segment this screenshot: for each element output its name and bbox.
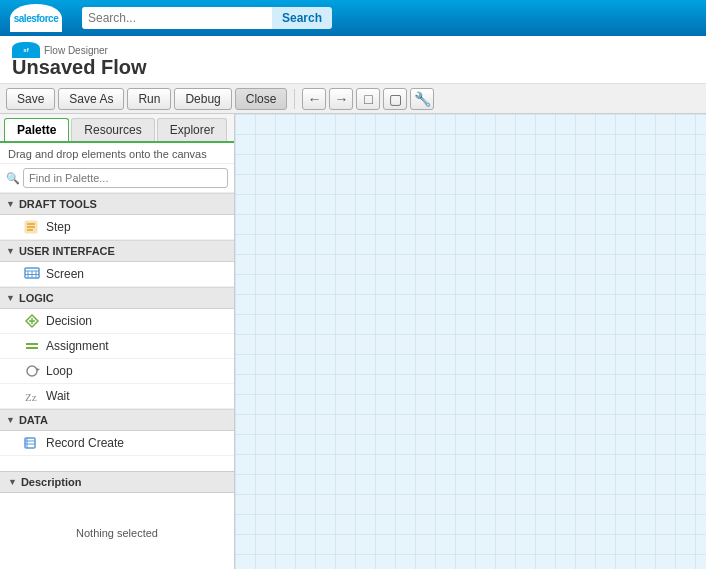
section-user-interface[interactable]: ▼ USER INTERFACE: [0, 240, 234, 262]
debug-button[interactable]: Debug: [174, 88, 231, 110]
list-item[interactable]: Decision: [0, 309, 234, 334]
draft-tools-label: DRAFT TOOLS: [19, 198, 97, 210]
wait-icon: Zz: [24, 388, 40, 404]
copy-button[interactable]: □: [356, 88, 380, 110]
app-header-logo: sf Flow Designer Unsaved Flow: [12, 42, 146, 79]
list-item[interactable]: Screen: [0, 262, 234, 287]
list-item[interactable]: Loop: [0, 359, 234, 384]
section-logic[interactable]: ▼ LOGIC: [0, 287, 234, 309]
section-data[interactable]: ▼ DATA: [0, 409, 234, 431]
user-interface-label: USER INTERFACE: [19, 245, 115, 257]
canvas-inner: [235, 114, 706, 569]
step-icon: [24, 219, 40, 235]
salesforce-logo-text: salesforce: [14, 13, 58, 24]
close-button[interactable]: Close: [235, 88, 288, 110]
properties-button[interactable]: 🔧: [410, 88, 434, 110]
app-header: sf Flow Designer Unsaved Flow: [0, 36, 706, 84]
tab-resources[interactable]: Resources: [71, 118, 154, 141]
section-draft-tools[interactable]: ▼ DRAFT TOOLS: [0, 193, 234, 215]
panel-tabs: Palette Resources Explorer: [0, 114, 234, 143]
toolbar-separator: [294, 89, 295, 109]
tab-explorer[interactable]: Explorer: [157, 118, 228, 141]
svg-marker-15: [37, 368, 40, 371]
top-navigation-bar: salesforce Search: [0, 0, 706, 36]
decision-label: Decision: [46, 314, 92, 328]
wait-label: Wait: [46, 389, 70, 403]
description-header[interactable]: ▼ Description: [0, 472, 234, 493]
drag-hint: Drag and drop elements onto the canvas: [0, 143, 234, 164]
data-label: DATA: [19, 414, 48, 426]
nothing-selected-text: Nothing selected: [76, 527, 158, 539]
palette-list: ▼ DRAFT TOOLS Step ▼ USER INTERFACE: [0, 193, 234, 471]
palette-search: 🔍: [0, 164, 234, 193]
app-name-label: Flow Designer: [44, 45, 108, 56]
loop-icon: [24, 363, 40, 379]
description-body: Nothing selected: [0, 493, 234, 569]
description-label: Description: [21, 476, 82, 488]
screen-label: Screen: [46, 267, 84, 281]
redo-button[interactable]: →: [329, 88, 353, 110]
search-input[interactable]: [82, 7, 272, 29]
screen-icon: [24, 266, 40, 282]
list-item[interactable]: Assignment: [0, 334, 234, 359]
undo-button[interactable]: ←: [302, 88, 326, 110]
palette-search-input[interactable]: [23, 168, 228, 188]
global-search: Search: [82, 7, 332, 29]
salesforce-cloud-logo: salesforce: [10, 4, 62, 32]
decision-icon: [24, 313, 40, 329]
left-panel: Palette Resources Explorer Drag and drop…: [0, 114, 235, 569]
page-title: Unsaved Flow: [12, 56, 146, 79]
list-item[interactable]: Record Create: [0, 431, 234, 456]
search-icon: 🔍: [6, 172, 20, 185]
list-item[interactable]: Zz Wait: [0, 384, 234, 409]
save-button[interactable]: Save: [6, 88, 55, 110]
draft-tools-arrow-icon: ▼: [6, 199, 15, 209]
main-layout: Palette Resources Explorer Drag and drop…: [0, 114, 706, 569]
loop-label: Loop: [46, 364, 73, 378]
search-button[interactable]: Search: [272, 7, 332, 29]
list-item[interactable]: Step: [0, 215, 234, 240]
data-arrow-icon: ▼: [6, 415, 15, 425]
record-create-label: Record Create: [46, 436, 124, 450]
canvas-area[interactable]: [235, 114, 706, 569]
logic-label: LOGIC: [19, 292, 54, 304]
description-arrow-icon: ▼: [8, 477, 17, 487]
run-button[interactable]: Run: [127, 88, 171, 110]
step-label: Step: [46, 220, 71, 234]
toolbar: Save Save As Run Debug Close ← → □ ▢ 🔧: [0, 84, 706, 114]
record-create-icon: [24, 435, 40, 451]
assignment-icon: [24, 338, 40, 354]
svg-text:Zz: Zz: [25, 391, 37, 403]
description-panel: ▼ Description Nothing selected: [0, 471, 234, 569]
user-interface-arrow-icon: ▼: [6, 246, 15, 256]
salesforce-logo: salesforce: [10, 4, 62, 32]
paste-button[interactable]: ▢: [383, 88, 407, 110]
save-as-button[interactable]: Save As: [58, 88, 124, 110]
assignment-label: Assignment: [46, 339, 109, 353]
tab-palette[interactable]: Palette: [4, 118, 69, 141]
logic-arrow-icon: ▼: [6, 293, 15, 303]
